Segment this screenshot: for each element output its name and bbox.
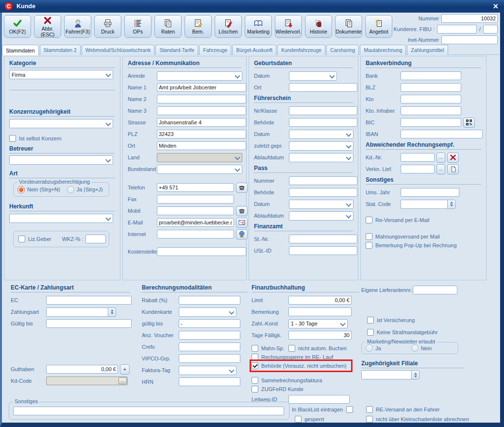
chevron-down-icon[interactable]: [235, 74, 239, 78]
re-versand-email-checkbox[interactable]: [366, 217, 372, 223]
newsletter-ja-radio[interactable]: [366, 344, 373, 352]
ec-gueltig-bis-input[interactable]: [46, 319, 132, 328]
close-button[interactable]: ×: [491, 2, 500, 11]
limit-input[interactable]: [288, 296, 352, 305]
blacklist-checkbox[interactable]: [346, 406, 353, 413]
zahlungsart-spin[interactable]: [46, 307, 116, 317]
wkz-input[interactable]: [85, 235, 106, 243]
tab-standard-tarife[interactable]: Standard-Tarife: [155, 45, 198, 55]
spinner-buttons[interactable]: [108, 308, 116, 316]
verkn-lief-new-doc-button[interactable]: [447, 164, 459, 174]
spinner-buttons[interactable]: [447, 200, 455, 208]
email-mail-button[interactable]: [236, 218, 248, 228]
ums-jahr-input[interactable]: [401, 188, 459, 197]
ops-button[interactable]: OPs: [124, 15, 151, 38]
konzern-select[interactable]: [9, 119, 113, 128]
name-2-input[interactable]: [157, 95, 246, 103]
spinner-buttons[interactable]: [411, 371, 419, 379]
druck-button[interactable]: Druck: [94, 15, 121, 38]
kd-code-input[interactable]: [46, 376, 128, 385]
ist-selbst-konzern-checkbox[interactable]: [9, 135, 16, 142]
nummer-input[interactable]: [441, 14, 498, 23]
internet-input[interactable]: [157, 230, 234, 239]
ort-input[interactable]: [157, 141, 246, 150]
tage-faelligk-input[interactable]: [288, 331, 352, 340]
behoerde-vorausz-checkbox[interactable]: [252, 362, 258, 369]
pass-behoerde-input[interactable]: [289, 188, 357, 197]
chevron-down-icon[interactable]: [235, 155, 239, 159]
leitweg-id-input[interactable]: [288, 395, 350, 404]
chevron-down-icon[interactable]: [341, 322, 345, 325]
ust-id-input[interactable]: [289, 246, 357, 255]
chevron-down-icon[interactable]: [106, 121, 110, 125]
chevron-down-icon[interactable]: [235, 167, 239, 171]
strasse-input[interactable]: [157, 118, 246, 127]
internet-globe-button[interactable]: [236, 229, 248, 239]
ok-f2-button[interactable]: OK(F2): [4, 15, 31, 38]
kostenstelle-input[interactable]: [157, 247, 246, 256]
fs-nr-klasse-input[interactable]: [289, 106, 357, 115]
chevron-down-icon[interactable]: [106, 72, 110, 76]
fax-input[interactable]: [157, 195, 234, 204]
fs-ablaufdatum-select[interactable]: [289, 153, 353, 162]
kto-input[interactable]: [401, 95, 461, 103]
bem-button[interactable]: Bem.: [185, 15, 212, 38]
tab-zahlungsmittel[interactable]: Zahlungsmittel: [407, 45, 448, 55]
chevron-down-icon[interactable]: [230, 368, 234, 372]
geburts-ort-input[interactable]: [289, 83, 357, 92]
hrn-input[interactable]: [179, 377, 240, 386]
guthaben-input[interactable]: [46, 365, 118, 374]
vorsteuer-ja-radio[interactable]: [67, 186, 74, 193]
anz-voucher-input[interactable]: [179, 331, 240, 340]
chevron-down-icon[interactable]: [330, 74, 334, 78]
herkunft-select[interactable]: [9, 214, 113, 223]
kategorie-select[interactable]: Firma: [9, 70, 113, 79]
kk-gueltig-bis-input[interactable]: [179, 319, 240, 328]
abw-kd-nr-browse-button[interactable]: ...: [437, 153, 445, 163]
zahl-kond-select[interactable]: 1 - 30 Tage: [288, 319, 348, 328]
newsletter-nein-radio[interactable]: [411, 344, 419, 352]
kundenkarte-select[interactable]: [179, 307, 236, 317]
plz-input[interactable]: [157, 130, 246, 138]
chevron-down-icon[interactable]: [106, 158, 110, 162]
re-versand-fahrer-checkbox[interactable]: [366, 406, 373, 413]
wiedervorl-button[interactable]: Wiedervorl.: [275, 15, 302, 38]
fs-datum-select[interactable]: [289, 130, 353, 139]
chevron-down-icon[interactable]: [347, 132, 351, 136]
telefon-input[interactable]: [157, 183, 234, 192]
ec-input[interactable]: [46, 296, 132, 305]
faktura-tag-select[interactable]: [179, 366, 236, 375]
land-select[interactable]: [157, 153, 242, 162]
pass-ablaufdatum-select[interactable]: [289, 211, 353, 221]
bank-input[interactable]: [401, 71, 461, 80]
nicht-autom-buchen-checkbox[interactable]: [288, 345, 295, 352]
pass-datum-select[interactable]: [289, 200, 353, 209]
dokumente-button[interactable]: Dokumente: [335, 15, 362, 38]
mahn-sp-checkbox[interactable]: [252, 345, 258, 352]
rechnungssperre-checkbox[interactable]: [252, 354, 258, 360]
löschen-button[interactable]: Löschen: [215, 15, 242, 38]
chevron-down-icon[interactable]: [347, 202, 351, 206]
abw-kd-nr-remove-x-button[interactable]: [447, 153, 459, 163]
historie-button[interactable]: Historie: [305, 15, 332, 38]
rabatt-input[interactable]: [179, 296, 240, 305]
tab-kundenfahrzeuge[interactable]: Kundenfahrzeuge: [277, 45, 325, 55]
name-1-input[interactable]: [157, 83, 246, 92]
abbr-esc-button[interactable]: Abbr.(ESC): [34, 15, 61, 38]
fs-zuletzt-gepr-select[interactable]: [289, 141, 353, 151]
marketing-button[interactable]: Marketing: [245, 15, 272, 38]
lizgeber-checkbox[interactable]: [18, 236, 25, 242]
chevron-down-icon[interactable]: [347, 155, 351, 159]
raten-button[interactable]: Raten: [154, 15, 182, 38]
chevron-down-icon[interactable]: [347, 214, 351, 218]
fs-behoerde-input[interactable]: [289, 118, 357, 127]
tab-webmodul-schlüsselschrank[interactable]: Webmodul/Schlüsselschrank: [82, 45, 155, 55]
vipco-grp-input[interactable]: [179, 354, 240, 363]
verkn-lief-browse-button[interactable]: ...: [437, 164, 445, 174]
tab-bürgel-auskunft[interactable]: Bürgel-Auskunft: [232, 45, 276, 55]
abw-kd-nr-input[interactable]: [401, 153, 435, 162]
tab-carsharing[interactable]: Carsharing: [326, 45, 359, 55]
kd-code-browse-button[interactable]: ...: [118, 377, 127, 384]
bundesland-select[interactable]: [157, 165, 242, 174]
betreuer-select[interactable]: [9, 155, 113, 165]
